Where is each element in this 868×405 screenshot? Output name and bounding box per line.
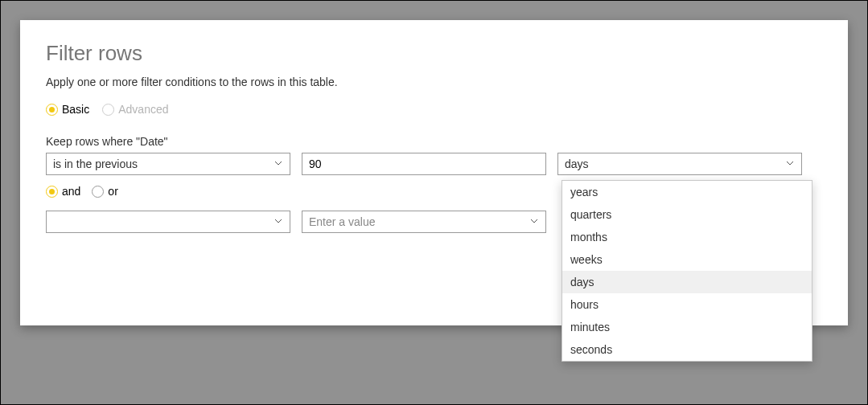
radio-icon xyxy=(102,104,114,116)
dialog-subtitle: Apply one or more filter conditions to t… xyxy=(46,76,822,88)
logic-and-label: and xyxy=(62,185,80,198)
value-input-1[interactable] xyxy=(309,158,539,170)
value-input-1-wrapper xyxy=(302,153,546,175)
radio-icon xyxy=(46,186,58,198)
chevron-down-icon xyxy=(274,158,283,170)
value-input-2[interactable]: Enter a value xyxy=(302,211,546,233)
chevron-down-icon xyxy=(274,215,283,228)
radio-icon xyxy=(92,186,104,198)
mode-basic-radio[interactable]: Basic xyxy=(46,103,89,116)
unit-option-months[interactable]: months xyxy=(562,226,812,248)
logic-and-radio[interactable]: and xyxy=(46,185,80,198)
chevron-down-icon xyxy=(785,158,795,170)
unit-value-1: days xyxy=(565,158,589,170)
unit-dropdown-list: years quarters months weeks days hours m… xyxy=(562,180,812,362)
unit-option-days[interactable]: days xyxy=(562,271,812,293)
operator-select-2[interactable] xyxy=(46,211,290,233)
operator-select-1[interactable]: is in the previous xyxy=(46,153,290,175)
mode-basic-label: Basic xyxy=(62,103,89,116)
dialog-title: Filter rows xyxy=(46,41,822,66)
mode-advanced-radio[interactable]: Advanced xyxy=(102,103,168,116)
logic-or-label: or xyxy=(108,185,117,198)
unit-option-minutes[interactable]: minutes xyxy=(562,316,812,338)
chevron-down-icon xyxy=(529,215,539,228)
radio-icon xyxy=(46,104,58,116)
condition-row-1: is in the previous days xyxy=(46,153,822,175)
keep-rows-label: Keep rows where "Date" xyxy=(46,135,822,148)
mode-radio-group: Basic Advanced xyxy=(46,103,822,116)
operator-value-1: is in the previous xyxy=(53,158,138,170)
unit-option-quarters[interactable]: quarters xyxy=(562,203,812,226)
unit-option-seconds[interactable]: seconds xyxy=(562,338,812,361)
unit-option-hours[interactable]: hours xyxy=(562,293,812,316)
unit-select-1[interactable]: days xyxy=(557,153,802,175)
mode-advanced-label: Advanced xyxy=(118,103,168,116)
value-placeholder-2: Enter a value xyxy=(309,215,376,228)
unit-option-years[interactable]: years xyxy=(562,181,812,203)
unit-option-weeks[interactable]: weeks xyxy=(562,248,812,271)
logic-or-radio[interactable]: or xyxy=(92,185,117,198)
